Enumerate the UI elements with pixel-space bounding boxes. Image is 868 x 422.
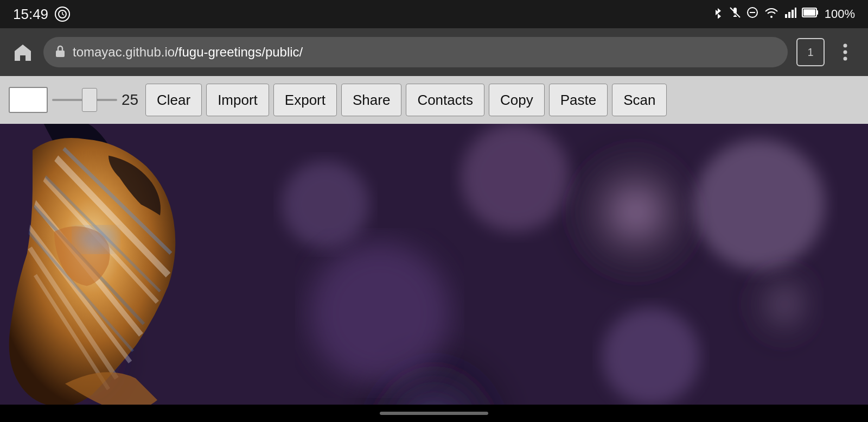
import-button[interactable]: Import — [206, 84, 269, 116]
browser-menu-button[interactable] — [833, 40, 857, 64]
lock-icon — [54, 44, 66, 61]
color-swatch[interactable] — [9, 87, 48, 113]
battery-percent: 100% — [825, 7, 855, 21]
svg-rect-7 — [795, 8, 796, 18]
toolbar: 25 Clear Import Export Share Contacts Co… — [0, 76, 868, 124]
battery-icon — [802, 7, 819, 22]
drawing-canvas[interactable] — [0, 124, 868, 405]
url-domain-text: tomayac.github.io — [73, 45, 175, 59]
launcher-icon — [55, 7, 70, 22]
svg-point-14 — [844, 57, 847, 61]
contacts-button[interactable]: Contacts — [406, 84, 484, 116]
svg-point-22 — [461, 124, 570, 232]
svg-point-21 — [282, 161, 369, 248]
svg-rect-6 — [792, 10, 794, 18]
svg-rect-4 — [785, 14, 787, 18]
scan-button[interactable]: Scan — [612, 84, 667, 116]
svg-point-23 — [694, 140, 825, 270]
svg-rect-11 — [56, 51, 65, 57]
paste-button[interactable]: Paste — [549, 84, 608, 116]
svg-point-24 — [602, 308, 700, 405]
slider-value: 25 — [122, 91, 141, 109]
svg-rect-9 — [816, 10, 818, 15]
browser-bar: tomayac.github.io/fugu-greetings/public/… — [0, 28, 868, 76]
home-indicator — [380, 412, 488, 415]
share-button[interactable]: Share — [341, 84, 401, 116]
brush-size-slider-container: 25 — [52, 91, 141, 109]
home-button[interactable] — [11, 40, 35, 64]
bottom-bar — [0, 405, 868, 422]
slider-track — [52, 99, 117, 101]
url-path-text: /fugu-greetings/public/ — [175, 45, 303, 59]
bluetooth-icon — [712, 7, 724, 22]
fish-illustration — [0, 124, 868, 405]
background-image — [0, 124, 868, 405]
clear-button[interactable]: Clear — [145, 84, 202, 116]
status-right: 100% — [712, 7, 855, 22]
svg-point-13 — [844, 51, 847, 54]
export-button[interactable]: Export — [273, 84, 337, 116]
copy-button[interactable]: Copy — [489, 84, 545, 116]
svg-rect-10 — [803, 9, 815, 16]
svg-point-25 — [309, 243, 450, 384]
slider-thumb[interactable] — [82, 88, 97, 112]
status-bar: 15:49 — [0, 0, 868, 28]
wifi-icon — [764, 7, 779, 22]
address-bar[interactable]: tomayac.github.io/fugu-greetings/public/ — [43, 37, 788, 67]
dnd-icon — [746, 7, 758, 22]
tab-count-button[interactable]: 1 — [796, 38, 825, 66]
svg-point-12 — [844, 44, 847, 48]
status-time: 15:49 — [13, 6, 48, 23]
status-left: 15:49 — [13, 6, 70, 23]
url-domain: tomayac.github.io/fugu-greetings/public/ — [73, 45, 303, 60]
mute-icon — [729, 7, 741, 22]
signal-icon — [784, 7, 796, 22]
tab-count-label: 1 — [807, 46, 813, 59]
svg-rect-5 — [788, 12, 790, 18]
